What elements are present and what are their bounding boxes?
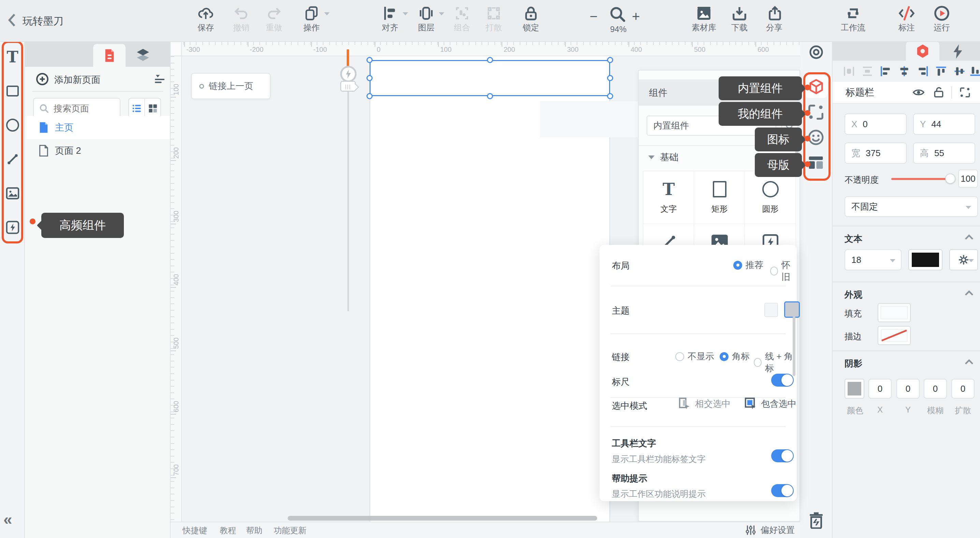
align-right-icon[interactable] <box>917 66 928 76</box>
lock-button[interactable]: 锁定 <box>512 4 550 33</box>
chevron-up-icon[interactable] <box>964 359 974 365</box>
zoom-tool[interactable] <box>609 6 626 22</box>
distribute-horizontal-icon[interactable] <box>843 66 854 76</box>
ungroup-button[interactable]: 打散 <box>475 4 512 33</box>
selection-handle[interactable] <box>487 93 493 99</box>
align-top-icon[interactable] <box>935 66 947 76</box>
target-icon[interactable] <box>809 44 824 60</box>
popup-scrollbar[interactable] <box>793 316 795 376</box>
sort-icon[interactable] <box>154 74 165 84</box>
link-prev-button[interactable]: 链接上一页 <box>191 73 270 99</box>
page-item-home[interactable]: 主页 <box>25 116 170 139</box>
updates-link[interactable]: 功能更新 <box>274 525 306 536</box>
chevron-down-icon <box>966 206 971 209</box>
shortcut-link[interactable]: 快捷键 <box>183 525 207 536</box>
tab-layers[interactable] <box>134 46 153 64</box>
radio-link-line-badge[interactable]: 线 + 角标 <box>754 351 797 375</box>
align-horizontal-center-icon[interactable] <box>899 66 910 76</box>
selection-handle[interactable] <box>366 75 372 81</box>
ruler-toggle[interactable] <box>771 374 794 387</box>
y-input[interactable]: Y 44 <box>913 114 975 135</box>
selection-handle[interactable] <box>607 57 613 63</box>
link-handle[interactable] <box>340 66 356 82</box>
x-input[interactable]: X 0 <box>845 114 907 135</box>
selection-handle[interactable] <box>366 57 372 63</box>
opacity-slider[interactable] <box>891 178 951 180</box>
shadow-y-input[interactable]: 0 <box>896 379 920 398</box>
save-button[interactable]: 保存 <box>187 4 224 33</box>
workflow-button[interactable]: 工作流 <box>834 4 872 33</box>
assets-library-button[interactable]: 素材库 <box>685 4 723 33</box>
eye-icon[interactable] <box>912 88 925 97</box>
tab-interactions[interactable] <box>950 44 965 59</box>
text-style-button[interactable] <box>949 249 978 270</box>
toolbar-text-toggle[interactable] <box>771 449 794 462</box>
theme-dark-swatch[interactable] <box>784 302 800 318</box>
trash-icon[interactable] <box>808 512 824 529</box>
radio-link-hidden[interactable]: 不显示 <box>675 351 714 362</box>
grid-view-button[interactable] <box>145 98 161 118</box>
font-size-select[interactable]: 18 <box>845 249 902 270</box>
component-item-circle[interactable]: 圆形 <box>745 171 796 224</box>
align-vertical-center-icon[interactable] <box>954 66 965 76</box>
pin-select[interactable]: 不固定 <box>845 197 978 217</box>
distribute-vertical-icon[interactable] <box>862 66 873 76</box>
help-tip-toggle[interactable] <box>771 484 794 497</box>
font-color-swatch[interactable] <box>908 249 942 270</box>
selection-handle[interactable] <box>607 93 613 99</box>
chevron-up-icon[interactable] <box>964 290 974 296</box>
back-icon[interactable] <box>8 13 16 27</box>
help-link[interactable]: 帮助 <box>246 525 262 536</box>
layers-button[interactable]: 图层 <box>407 4 445 33</box>
collapse-sidebar-button[interactable]: « <box>3 510 12 528</box>
shadow-color-swatch[interactable] <box>845 379 864 398</box>
selection-handle[interactable] <box>607 75 613 81</box>
radio-layout-classic[interactable]: 怀旧 <box>770 259 797 283</box>
zoom-out-button[interactable]: − <box>590 9 598 24</box>
fill-swatch[interactable] <box>878 303 911 322</box>
radio-link-badge[interactable]: 角标 <box>720 351 750 362</box>
preferences-button[interactable]: 偏好设置 <box>746 524 795 536</box>
page-search-input[interactable] <box>53 103 116 114</box>
component-item-text[interactable]: T 文字 <box>643 171 694 224</box>
shadow-blur-input[interactable]: 0 <box>924 379 947 398</box>
selection-handle[interactable] <box>366 93 372 99</box>
share-button[interactable]: 分享 <box>756 4 793 33</box>
select-mode-contain[interactable]: 包含选中 <box>745 398 796 410</box>
zoom-in-button[interactable]: + <box>632 9 640 24</box>
download-button[interactable]: 下载 <box>721 4 758 33</box>
component-link-icon[interactable] <box>959 87 970 98</box>
project-title[interactable]: 玩转墨刀 <box>22 14 64 28</box>
tutorial-link[interactable]: 教程 <box>220 525 236 536</box>
height-input[interactable]: 高 55 <box>913 143 975 163</box>
radio-layout-recommended[interactable]: 推荐 <box>733 259 763 271</box>
section-basic[interactable]: 基础 <box>648 151 678 163</box>
undo-button[interactable]: 撤销 <box>223 4 260 33</box>
select-mode-intersect[interactable]: 相交选中 <box>679 398 730 410</box>
align-button[interactable]: 对齐 <box>371 4 409 33</box>
width-input[interactable]: 宽 375 <box>845 143 907 163</box>
stroke-swatch[interactable] <box>878 326 911 345</box>
tab-pages[interactable] <box>93 44 126 67</box>
page-item-2[interactable]: 页面 2 <box>25 139 170 162</box>
opacity-input[interactable]: 100 <box>958 170 978 188</box>
redo-button[interactable]: 重做 <box>255 4 293 33</box>
opacity-slider-knob[interactable] <box>945 173 955 184</box>
selection-handle[interactable] <box>487 57 493 63</box>
shadow-x-input[interactable]: 0 <box>869 379 892 398</box>
run-button[interactable]: 运行 <box>923 4 961 33</box>
theme-light-swatch[interactable] <box>764 303 778 317</box>
unlock-icon[interactable] <box>934 87 944 98</box>
chevron-up-icon[interactable] <box>964 234 974 240</box>
add-page-button[interactable]: 添加新页面 <box>25 67 170 91</box>
tab-properties[interactable] <box>906 41 939 61</box>
component-item-rect[interactable]: 矩形 <box>694 171 745 224</box>
annotate-button[interactable]: 标注 <box>888 4 925 33</box>
canvas-h-scrollbar[interactable] <box>288 516 597 521</box>
align-bottom-icon[interactable] <box>970 66 980 76</box>
operations-button[interactable]: 操作 <box>293 4 330 33</box>
shadow-spread-input[interactable]: 0 <box>951 379 975 398</box>
drag-tag[interactable]: ||| <box>340 81 356 92</box>
list-view-button[interactable] <box>129 98 145 118</box>
align-left-icon[interactable] <box>880 66 891 76</box>
